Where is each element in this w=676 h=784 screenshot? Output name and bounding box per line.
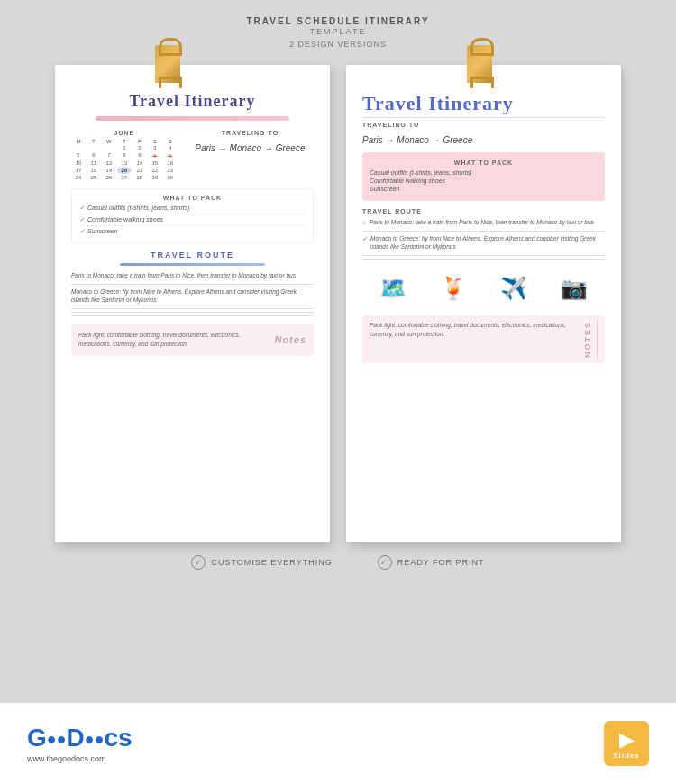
route-divider (362, 259, 605, 260)
page-header: TRAVEL SCHEDULE ITINERARY TEMPLATE 2 DES… (0, 0, 676, 56)
cal-cell: 16 (163, 160, 178, 167)
doc1-what-to-pack: WHAT TO PACK ✓ Casual outfits (t-shirts,… (71, 188, 314, 243)
doc2-icons-row: 🗺️ 🍹 ✈️ 📷 (362, 267, 605, 310)
route-divider (71, 284, 314, 285)
pack-divider (79, 214, 306, 214)
cal-row-2: 5 6 7 8 9 ✕ ✕ (71, 151, 178, 160)
cal-cell (102, 144, 116, 151)
doc2-notes-text: Pack light, comfortable clothing, travel… (370, 321, 576, 358)
cal-cell-crossed: ✕ (163, 151, 178, 160)
cal-cell-highlighted: 20 (117, 167, 132, 174)
route-divider (71, 315, 314, 316)
cal-cell: 23 (163, 167, 178, 174)
calendar-grid: M T W T F S S 1 2 3 (71, 139, 178, 181)
calendar-section: JUNE M T W T F S S 1 (71, 130, 178, 181)
cal-cell: 4 (163, 144, 178, 151)
route-divider (362, 231, 605, 232)
logo-url: www.thegoodocs.com (27, 754, 132, 763)
route-item-2: ✓ Monaco to Greece: fly from Nice to Ath… (362, 234, 605, 251)
cal-cell: 18 (87, 167, 101, 174)
route-divider (362, 255, 605, 256)
pack-item-3: Sunscreen (370, 186, 598, 192)
calendar-travel-row: JUNE M T W T F S S 1 (71, 130, 314, 181)
doc2-notes-section: Pack light, comfortable clothing, travel… (362, 315, 605, 363)
pack-item-2: Comfortable walking shoes (370, 178, 598, 184)
feature-1: ✓ CUSTOMISE EVERYTHING (191, 555, 332, 570)
doc2-travel-route: TRAVEL ROUTE ○ Paris to Monaco: take a t… (362, 208, 605, 260)
page-footer: G●●D●●cs www.thegoodocs.com ▶ Slides (0, 703, 676, 784)
cal-cell: 11 (87, 160, 101, 167)
route-underline (120, 263, 265, 266)
pack-item-3: ✓ Sunscreen (79, 228, 306, 235)
logo-text: G●●D●●cs (27, 724, 132, 752)
slides-label: Slides (613, 752, 640, 760)
cal-cell: 7 (102, 151, 116, 160)
pack-check-icon: ✓ (79, 205, 85, 212)
cal-cell: 28 (132, 174, 147, 181)
camera-icon: 📷 (561, 276, 588, 301)
route-text: Paris to Monaco: take a train from Paris… (370, 218, 594, 226)
document-2: Travel Itinerary TRAVELING TO Paris → Mo… (346, 65, 621, 542)
check-circle-icon-1: ✓ (191, 555, 206, 570)
cal-cell: 13 (117, 160, 132, 167)
traveling-to-label: TRAVELING TO (187, 130, 314, 136)
feature-1-label: CUSTOMISE EVERYTHING (211, 558, 332, 567)
cal-cell: 5 (71, 151, 86, 160)
logo-docs: D (67, 724, 85, 752)
route-item-1: Paris to Monaco: take a train from Paris… (71, 271, 314, 279)
doc2-destination: Paris → Monaco → Greece (362, 135, 605, 145)
cal-row-1: 1 2 3 4 (71, 144, 178, 151)
pack-item-1: Casual outfits (t-shirts, jeans, shorts) (370, 169, 598, 176)
travel-section: TRAVELING TO Paris → Monaco → Greece (187, 130, 314, 181)
calendar-month-label: JUNE (71, 130, 178, 136)
cal-cell: 21 (132, 167, 147, 174)
feature-2: ✓ READY FOR PRINT (378, 555, 485, 570)
map-icon: 🗺️ (379, 276, 407, 301)
cal-cell: 15 (148, 160, 162, 167)
doc1-destination: Paris → Monaco → Greece (187, 143, 314, 153)
documents-area: Travel Itinerary JUNE M T W T F S S (0, 65, 676, 542)
route-divider (71, 312, 314, 313)
cal-cell: 19 (102, 167, 116, 174)
pack-item-1: ✓ Casual outfits (t-shirts, jeans, short… (79, 205, 306, 212)
logo-area: G●●D●●cs www.thegoodocs.com (27, 724, 132, 763)
slides-badge: ▶ Slides (604, 721, 649, 766)
pack-item-text: Casual outfits (t-shirts, jeans, shorts) (87, 205, 190, 211)
cal-cell: 6 (87, 151, 101, 160)
cal-cell: 25 (87, 174, 101, 181)
doc1-title-underline (96, 116, 289, 121)
pack-check-icon: ✓ (79, 216, 85, 223)
route-item-1: ○ Paris to Monaco: take a train from Par… (362, 218, 605, 226)
cal-cell: 29 (148, 174, 162, 181)
cal-cell: 3 (148, 144, 162, 151)
doc2-pack-title: WHAT TO PACK (370, 160, 598, 166)
features-row: ✓ CUSTOMISE EVERYTHING ✓ READY FOR PRINT (0, 542, 676, 575)
cal-row-5: 24 25 26 27 28 29 30 (71, 174, 178, 181)
doc1-title: Travel Itinerary (71, 92, 314, 111)
pack-item-2: ✓ Comfortable walking shoes (79, 216, 306, 223)
doc2-title: Travel Itinerary (362, 92, 605, 115)
cal-cell: 9 (132, 151, 147, 160)
cal-cell (71, 144, 86, 151)
cal-cell (87, 144, 101, 151)
cal-cell: 27 (117, 174, 132, 181)
doc2-what-to-pack: WHAT TO PACK Casual outfits (t-shirts, j… (362, 152, 605, 201)
document-1: Travel Itinerary JUNE M T W T F S S (55, 65, 330, 542)
logo-goo: G (27, 724, 47, 752)
cal-cell: 14 (132, 160, 147, 167)
feature-2-label: READY FOR PRINT (397, 558, 485, 567)
route-divider (71, 308, 314, 309)
check-circle-icon-2: ✓ (378, 555, 392, 570)
doc1-travel-route: TRAVEL ROUTE Paris to Monaco: take a tra… (71, 251, 314, 316)
main-title: TRAVEL SCHEDULE ITINERARY (0, 16, 676, 26)
cal-cell: 12 (102, 160, 116, 167)
pack-item-text: Casual outfits (t-shirts, jeans, shorts) (370, 169, 472, 176)
route-bullet: ○ (362, 218, 366, 226)
logo-oo: ●● (47, 730, 67, 748)
cal-cell: 30 (163, 174, 178, 181)
doc1-notes-section: Pack light, comfortable clothing, travel… (71, 324, 314, 356)
doc1-pack-title: WHAT TO PACK (79, 195, 306, 201)
logo-cs: cs (105, 724, 132, 752)
cal-row-4: 17 18 19 20 21 22 23 (71, 167, 178, 174)
doc2-separator (362, 117, 605, 118)
